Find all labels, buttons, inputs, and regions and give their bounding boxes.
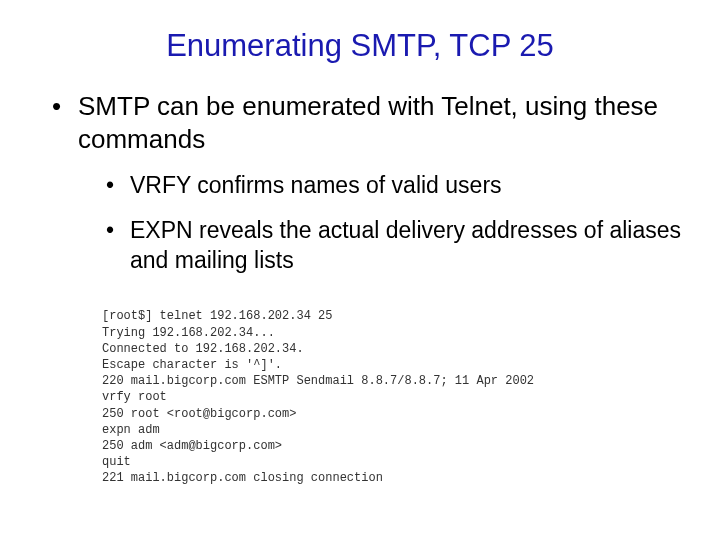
bullet-main: SMTP can be enumerated with Telnet, usin… <box>48 90 690 276</box>
term-line-8: expn adm <box>102 423 160 437</box>
term-line-3: Connected to 192.168.202.34. <box>102 342 304 356</box>
bullet-list-level2: VRFY confirms names of valid users EXPN … <box>78 171 690 277</box>
slide-container: Enumerating SMTP, TCP 25 SMTP can be enu… <box>0 0 720 540</box>
term-line-9: 250 adm <adm@bigcorp.com> <box>102 439 282 453</box>
terminal-output: [root$] telnet 192.168.202.34 25 Trying … <box>102 292 690 502</box>
term-line-1: [root$] telnet 192.168.202.34 25 <box>102 309 332 323</box>
bullet-main-text: SMTP can be enumerated with Telnet, usin… <box>78 91 658 154</box>
bullet-list-level1: SMTP can be enumerated with Telnet, usin… <box>30 90 690 276</box>
term-line-11: 221 mail.bigcorp.com closing connection <box>102 471 383 485</box>
term-line-5: 220 mail.bigcorp.com ESMTP Sendmail 8.8.… <box>102 374 534 388</box>
term-line-7: 250 root <root@bigcorp.com> <box>102 407 296 421</box>
slide-title: Enumerating SMTP, TCP 25 <box>30 28 690 64</box>
term-line-10: quit <box>102 455 131 469</box>
term-line-4: Escape character is '^]'. <box>102 358 282 372</box>
bullet-sub1: VRFY confirms names of valid users <box>102 171 690 201</box>
term-line-6: vrfy root <box>102 390 167 404</box>
bullet-sub2: EXPN reveals the actual delivery address… <box>102 216 690 276</box>
term-line-2: Trying 192.168.202.34... <box>102 326 275 340</box>
